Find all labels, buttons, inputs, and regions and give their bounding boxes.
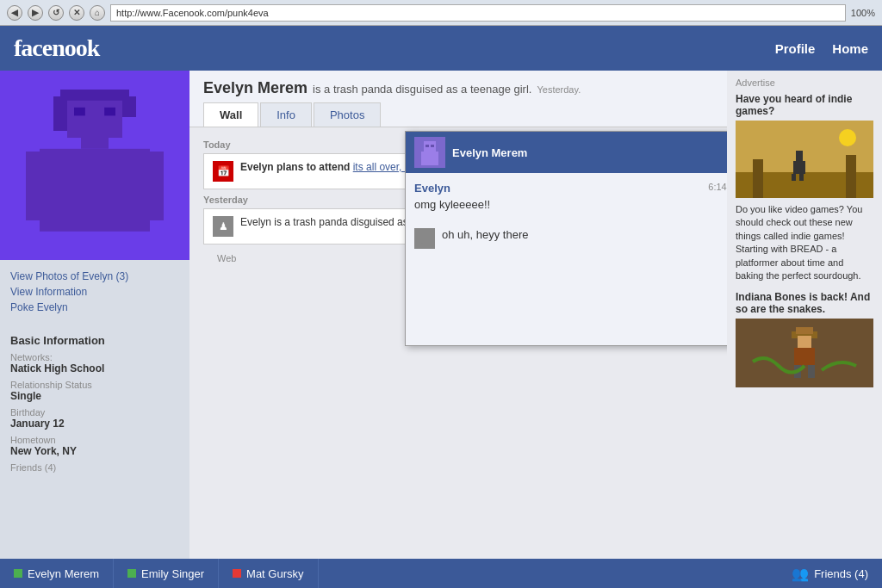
svg-rect-28 [798, 336, 811, 348]
svg-rect-8 [26, 152, 47, 220]
svg-rect-34 [233, 569, 241, 578]
chat-avatar [414, 137, 445, 168]
svg-rect-6 [104, 108, 115, 116]
ad2-title: Indiana Bones is back! And so are the sn… [736, 291, 873, 315]
svg-rect-3 [53, 96, 67, 131]
chat-reply-icon [414, 228, 435, 249]
stop-button[interactable]: ✕ [69, 5, 84, 21]
chat-message-header: Evelyn 6:14pm [414, 182, 727, 195]
advertise-label: Advertise [736, 77, 873, 88]
online-dot-evelyn [14, 569, 22, 578]
profile-name-line: Evelyn Merem is a trash panda disguised … [203, 79, 713, 97]
speech-bubble-icon [416, 230, 433, 247]
svg-rect-14 [418, 232, 432, 242]
svg-rect-33 [127, 569, 136, 578]
chat-name: Evelyn Merem [452, 146, 527, 159]
left-sidebar: View Photos of Evelyn (3) View Informati… [0, 71, 189, 559]
svg-rect-32 [14, 569, 22, 578]
svg-rect-27 [796, 327, 813, 334]
view-info-link[interactable]: View Information [10, 286, 179, 298]
birthday-label: Birthday [10, 407, 179, 418]
chat-header: Evelyn Merem – [406, 132, 727, 173]
ad1-text: Do you like video games? You should chec… [736, 203, 873, 282]
profile-status-time: Yesterday. [537, 84, 581, 95]
zoom-level: 100% [851, 8, 875, 18]
ad2-game-image [736, 319, 873, 387]
poke-link[interactable]: Poke Evelyn [10, 301, 179, 313]
chess-icon: ♟ [213, 216, 233, 237]
avatar-silhouette [26, 79, 164, 251]
view-photos-link[interactable]: View Photos of Evelyn (3) [10, 270, 179, 282]
friends-label: Friends (4) [10, 462, 179, 473]
online-dot-emily [127, 569, 136, 578]
taskbar-name-mat: Mat Gursky [246, 567, 303, 580]
svg-rect-7 [40, 149, 150, 232]
svg-rect-12 [425, 145, 429, 147]
relationship-label: Relationship Status [10, 380, 179, 390]
taskbar-name-emily: Emily Singer [141, 567, 204, 580]
back-button[interactable]: ◀ [7, 5, 22, 21]
svg-rect-4 [122, 96, 136, 117]
browser-toolbar: ◀ ▶ ↺ ✕ ⌂ 100% [0, 0, 882, 26]
chat-body: Evelyn 6:14pm omg kyleeeee!! oh uh, heyy… [406, 173, 727, 345]
taskbar-friends[interactable]: 👥 Friends (4) [778, 559, 882, 588]
svg-rect-13 [431, 145, 434, 147]
profile-header: Evelyn Merem is a trash panda disguised … [189, 71, 727, 127]
friends-count: Friends (4) [814, 567, 868, 580]
forward-button[interactable]: ▶ [28, 5, 43, 21]
chat-send-time: 6:14pm [708, 182, 727, 195]
svg-rect-31 [808, 365, 815, 378]
svg-rect-1 [81, 135, 109, 149]
svg-rect-20 [796, 151, 803, 161]
chat-avatar-icon [417, 139, 443, 165]
svg-rect-18 [753, 159, 763, 198]
svg-marker-15 [419, 242, 423, 245]
profile-tabs: Wall Info Photos [203, 102, 713, 127]
sidebar-links: View Photos of Evelyn (3) View Informati… [0, 260, 189, 324]
site-header: facenook Profile Home [0, 26, 882, 71]
ad2-image[interactable] [736, 319, 873, 387]
tab-wall[interactable]: Wall [203, 102, 258, 127]
refresh-button[interactable]: ↺ [48, 5, 64, 21]
center-content: Evelyn Merem is a trash panda disguised … [189, 71, 727, 559]
ad1-game-image [736, 121, 873, 198]
url-bar[interactable] [110, 4, 846, 22]
svg-point-24 [839, 129, 856, 146]
taskbar-item-evelyn[interactable]: Evelyn Merem [0, 559, 114, 588]
chat-popup: Evelyn Merem – Evelyn 6:14pm omg kyleeee… [405, 131, 727, 346]
basic-info-title: Basic Information [10, 334, 179, 347]
taskbar-item-emily[interactable]: Emily Singer [114, 559, 219, 588]
chat-reply: oh uh, heyy there [414, 228, 727, 249]
taskbar: Evelyn Merem Emily Singer Mat Gursky 👥 F… [0, 559, 882, 588]
hometown-value: New York, NY [10, 445, 179, 457]
svg-rect-2 [60, 90, 129, 101]
profile-status: is a trash panda disguised as a teenage … [313, 83, 531, 96]
svg-rect-29 [794, 348, 815, 365]
taskbar-item-mat[interactable]: Mat Gursky [219, 559, 318, 588]
profile-name: Evelyn Merem [203, 79, 307, 97]
ad1-title: Have you heard of indie games? [736, 93, 873, 117]
feed-event-prefix: Evelyn plans to attend [240, 161, 353, 173]
site-nav: Profile Home [775, 41, 868, 56]
svg-rect-21 [793, 161, 805, 174]
nav-home[interactable]: Home [832, 41, 868, 56]
taskbar-name-evelyn: Evelyn Merem [28, 567, 99, 580]
relationship-value: Single [10, 390, 179, 402]
home-button[interactable]: ⌂ [90, 5, 105, 21]
chat-message: omg kyleeeee!! [414, 198, 727, 211]
site-logo: facenook [14, 34, 99, 62]
svg-rect-11 [421, 152, 438, 165]
ad1-image[interactable] [736, 121, 873, 198]
svg-rect-5 [74, 108, 85, 116]
online-dot-mat [233, 569, 241, 578]
main-layout: View Photos of Evelyn (3) View Informati… [0, 71, 882, 559]
tab-info[interactable]: Info [260, 102, 312, 127]
networks-label: Networks: [10, 352, 179, 362]
tab-photos[interactable]: Photos [314, 102, 381, 127]
svg-rect-9 [143, 152, 164, 220]
hometown-label: Hometown [10, 435, 179, 445]
chat-sender: Evelyn [414, 182, 450, 195]
sidebar-basic-info: Basic Information Networks: Natick High … [0, 327, 189, 480]
nav-profile[interactable]: Profile [775, 41, 816, 56]
svg-rect-19 [846, 155, 856, 198]
